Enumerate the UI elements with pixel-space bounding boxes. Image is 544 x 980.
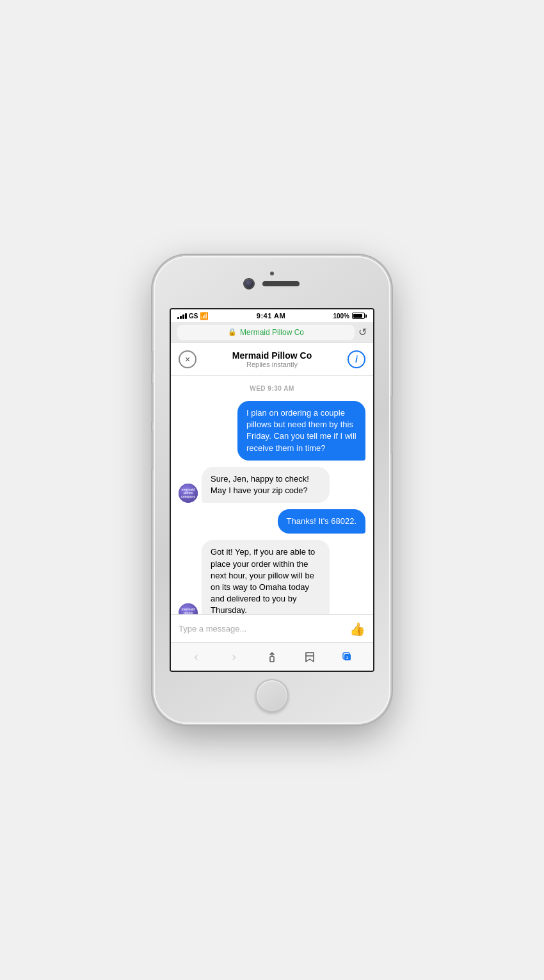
signal-bar-2	[180, 316, 182, 319]
wifi-icon: 📶	[200, 312, 209, 320]
signal-bar-4	[185, 313, 187, 319]
signal-bar-1	[177, 317, 179, 319]
url-bar[interactable]: 🔒 Mermaid Pillow Co ↺	[171, 322, 373, 343]
close-button[interactable]: ×	[179, 350, 196, 368]
like-button[interactable]: 👍	[349, 621, 365, 637]
mute-button	[151, 351, 154, 373]
url-bar-inner[interactable]: 🔒 Mermaid Pillow Co	[177, 325, 355, 340]
phone-device: GS 📶 9:41 AM 100% 🔒 Mermaid Pillow Co ↺	[154, 256, 390, 724]
timestamp-label: WED 9:30 AM	[179, 385, 365, 392]
carrier-label: GS	[189, 313, 198, 320]
bookmarks-button[interactable]	[298, 646, 321, 669]
input-area: Type a message... 👍	[171, 614, 373, 642]
home-button[interactable]	[255, 679, 289, 712]
avatar-text: mermaid pillow company	[179, 608, 198, 614]
status-right: 100%	[333, 313, 367, 320]
url-text: Mermaid Pillow Co	[240, 328, 304, 337]
status-time: 9:41 AM	[257, 312, 285, 320]
phone-screen: GS 📶 9:41 AM 100% 🔒 Mermaid Pillow Co ↺	[170, 308, 374, 672]
chat-header-title: Mermaid Pillow Co Replies instantly	[196, 350, 348, 368]
signal-bar-3	[182, 314, 184, 319]
front-camera	[244, 279, 253, 288]
bot-bubble-2: Got it! Yep, if you are able to place yo…	[202, 540, 330, 614]
signal-bars	[177, 313, 187, 319]
messages-area: WED 9:30 AM I plan on ordering a couple …	[171, 376, 373, 614]
earpiece	[262, 281, 300, 286]
lock-icon: 🔒	[228, 328, 237, 336]
status-left: GS 📶	[177, 312, 209, 320]
front-sensor	[270, 272, 274, 275]
message-row: mermaid pillow company Got it! Yep, if y…	[179, 540, 365, 614]
avatar-text: mermaid pillow company	[179, 488, 198, 499]
back-button[interactable]: ‹	[185, 646, 208, 669]
message-input[interactable]: Type a message...	[179, 624, 344, 633]
info-button[interactable]: i	[348, 350, 365, 368]
refresh-icon[interactable]: ↺	[358, 326, 367, 338]
user-bubble-2: Thanks! It's 68022.	[278, 509, 365, 534]
browser-nav: ‹ › 2	[171, 642, 373, 671]
battery-icon	[352, 313, 367, 319]
tabs-button[interactable]: 2	[336, 646, 359, 669]
chat-header: × Mermaid Pillow Co Replies instantly i	[171, 343, 373, 376]
chat-page-name: Mermaid Pillow Co	[196, 350, 348, 361]
battery-percent: 100%	[333, 313, 349, 320]
phone-top-decor	[244, 272, 300, 288]
status-bar: GS 📶 9:41 AM 100%	[171, 309, 373, 322]
user-bubble-1: I plan on ordering a couple pillows but …	[237, 401, 365, 461]
bot-avatar: mermaid pillow company	[179, 603, 198, 614]
volume-down-button	[151, 430, 154, 470]
bot-bubble-1: Sure, Jen, happy to check! May I have yo…	[202, 467, 330, 503]
message-row: mermaid pillow company Sure, Jen, happy …	[179, 467, 365, 503]
chat-reply-status: Replies instantly	[196, 361, 348, 368]
power-button	[390, 396, 393, 453]
share-button[interactable]	[260, 646, 284, 669]
volume-up-button	[151, 383, 154, 423]
message-row: I plan on ordering a couple pillows but …	[179, 401, 365, 461]
message-row: Thanks! It's 68022.	[179, 509, 365, 534]
forward-button[interactable]: ›	[223, 646, 246, 669]
bot-avatar: mermaid pillow company	[179, 484, 198, 503]
svg-rect-0	[270, 657, 274, 662]
